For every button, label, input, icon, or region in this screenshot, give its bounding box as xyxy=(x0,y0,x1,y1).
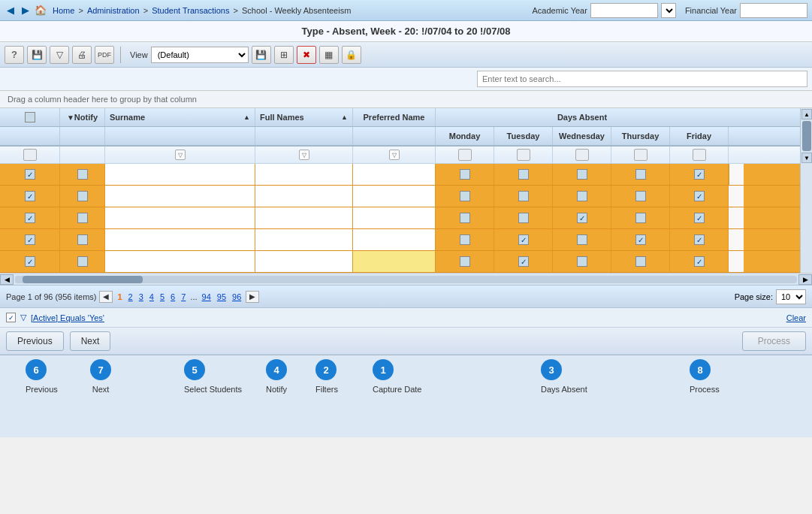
row5-notify-check[interactable] xyxy=(77,256,88,267)
row2-checkbox-cell xyxy=(0,186,60,207)
filter-active-text[interactable]: [Active] Equals 'Yes' xyxy=(31,313,104,322)
wednesday-filter-dropdown[interactable] xyxy=(575,149,589,161)
col-tuesday-text: Tuesday xyxy=(507,132,540,141)
row3-monday-check[interactable] xyxy=(460,213,470,223)
friday-filter-dropdown[interactable] xyxy=(693,149,706,161)
scroll-up-button[interactable]: ▲ xyxy=(801,109,812,119)
tb-separator-1 xyxy=(120,47,121,63)
filter-active-checkbox[interactable] xyxy=(6,313,16,322)
academic-year-input[interactable] xyxy=(590,3,658,18)
row4-surname-cell xyxy=(105,229,255,250)
h-scroll-right[interactable]: ▶ xyxy=(798,274,812,285)
row5-checkbox[interactable] xyxy=(25,256,35,267)
row1-notify-check[interactable] xyxy=(77,169,88,180)
preferred-filter-icon[interactable]: ▽ xyxy=(389,150,400,160)
lock-button[interactable]: 🔒 xyxy=(342,46,361,64)
thursday-filter-dropdown[interactable] xyxy=(634,149,647,161)
back-icon[interactable]: ◀ xyxy=(5,5,17,17)
row1-friday-check[interactable] xyxy=(694,169,705,180)
row5-friday-check[interactable] xyxy=(694,256,705,267)
row5-monday-check[interactable] xyxy=(460,256,470,267)
page-link-4[interactable]: 4 xyxy=(148,292,155,301)
previous-button[interactable]: Previous xyxy=(6,331,64,351)
row1-thursday-check[interactable] xyxy=(635,169,646,180)
page-next-button[interactable]: ▶ xyxy=(246,291,259,303)
checkbox-filter-dropdown[interactable] xyxy=(23,149,37,161)
row3-checkbox[interactable] xyxy=(25,213,35,223)
academic-year-dropdown[interactable] xyxy=(661,3,676,18)
page-link-95[interactable]: 95 xyxy=(216,292,228,301)
table-row xyxy=(0,229,812,251)
monday-filter-dropdown[interactable] xyxy=(458,149,472,161)
tuesday-filter-dropdown[interactable] xyxy=(517,149,530,161)
delete-button[interactable]: ✖ xyxy=(297,46,316,64)
select-all-checkbox[interactable] xyxy=(25,112,35,122)
next-button[interactable]: Next xyxy=(70,331,111,351)
row4-wednesday-check[interactable] xyxy=(577,234,587,245)
page-link-96[interactable]: 96 xyxy=(231,292,243,301)
row2-thursday-check[interactable] xyxy=(635,191,646,201)
forward-icon[interactable]: ▶ xyxy=(20,5,32,17)
print-button[interactable]: 🖨 xyxy=(72,46,92,64)
row4-thursday-check[interactable] xyxy=(635,234,646,245)
breadcrumb-transactions[interactable]: Student Transactions xyxy=(152,6,229,15)
page-link-6[interactable]: 6 xyxy=(169,292,177,301)
financial-year-input[interactable] xyxy=(740,3,807,18)
row2-notify-check[interactable] xyxy=(77,191,88,201)
page-link-94[interactable]: 94 xyxy=(201,292,213,301)
row4-checkbox[interactable] xyxy=(25,234,35,245)
page-link-3[interactable]: 3 xyxy=(137,292,145,301)
page-link-5[interactable]: 5 xyxy=(158,292,166,301)
surname-filter-icon[interactable]: ▽ xyxy=(175,150,186,160)
row3-friday-check[interactable] xyxy=(694,213,705,223)
row5-thursday-check[interactable] xyxy=(635,256,646,267)
row2-wednesday-check[interactable] xyxy=(577,191,587,201)
row4-monday-check[interactable] xyxy=(460,234,470,245)
search-input[interactable] xyxy=(477,71,807,87)
view-select[interactable]: (Default) xyxy=(151,47,249,63)
row4-notify-check[interactable] xyxy=(77,234,88,245)
page-link-1[interactable]: 1 xyxy=(116,292,123,301)
row5-tuesday-check[interactable] xyxy=(518,256,529,267)
grid-button[interactable]: ▦ xyxy=(319,46,339,64)
row4-tuesday-check[interactable] xyxy=(518,234,529,245)
breadcrumb-admin[interactable]: Administration xyxy=(87,6,140,15)
row3-wednesday-check[interactable] xyxy=(577,213,587,223)
vertical-scrollbar[interactable]: ▲ ▼ xyxy=(800,108,812,273)
row2-checkbox[interactable] xyxy=(25,191,35,201)
scroll-thumb[interactable] xyxy=(802,121,811,151)
row3-notify-check[interactable] xyxy=(77,213,88,223)
page-link-2[interactable]: 2 xyxy=(127,292,134,301)
row3-surname-cell xyxy=(105,207,255,228)
row3-tuesday-check[interactable] xyxy=(518,213,529,223)
row2-friday-check[interactable] xyxy=(694,191,705,201)
page-size-select[interactable]: 10 20 50 xyxy=(776,289,806,304)
filter-button[interactable]: ▽ xyxy=(50,46,69,64)
row1-tuesday-check[interactable] xyxy=(518,169,529,180)
h-scroll-left[interactable]: ◀ xyxy=(0,274,14,285)
row1-monday-check[interactable] xyxy=(460,169,470,180)
row3-thursday-check[interactable] xyxy=(635,213,646,223)
page-link-7[interactable]: 7 xyxy=(180,292,187,301)
pdf-button[interactable]: PDF xyxy=(95,46,114,64)
breadcrumb-home[interactable]: Home xyxy=(53,6,74,15)
row1-checkbox[interactable] xyxy=(25,169,35,180)
row2-monday-check[interactable] xyxy=(460,191,470,201)
home-icon[interactable]: 🏠 xyxy=(35,5,47,17)
row4-friday-check[interactable] xyxy=(694,234,705,245)
fullnames-filter-icon[interactable]: ▽ xyxy=(299,150,309,160)
h-scroll-thumb[interactable] xyxy=(23,276,143,283)
pagination-bar: Page 1 of 96 (956 items) ◀ 1 2 3 4 5 6 7… xyxy=(0,286,812,308)
row1-wednesday-check[interactable] xyxy=(577,169,587,180)
save-button[interactable]: 💾 xyxy=(27,46,47,64)
annot-label-7: Next xyxy=(90,385,111,394)
row5-wednesday-check[interactable] xyxy=(577,256,587,267)
scroll-down-button[interactable]: ▼ xyxy=(801,153,812,163)
help-button[interactable]: ? xyxy=(5,46,24,64)
row2-tuesday-check[interactable] xyxy=(518,191,529,201)
columns-button[interactable]: ⊞ xyxy=(274,46,294,64)
clear-filter-link[interactable]: Clear xyxy=(786,313,806,322)
annot-7: 7 Next xyxy=(90,359,111,394)
save-view-button[interactable]: 💾 xyxy=(252,46,271,64)
page-prev-button[interactable]: ◀ xyxy=(99,291,113,303)
